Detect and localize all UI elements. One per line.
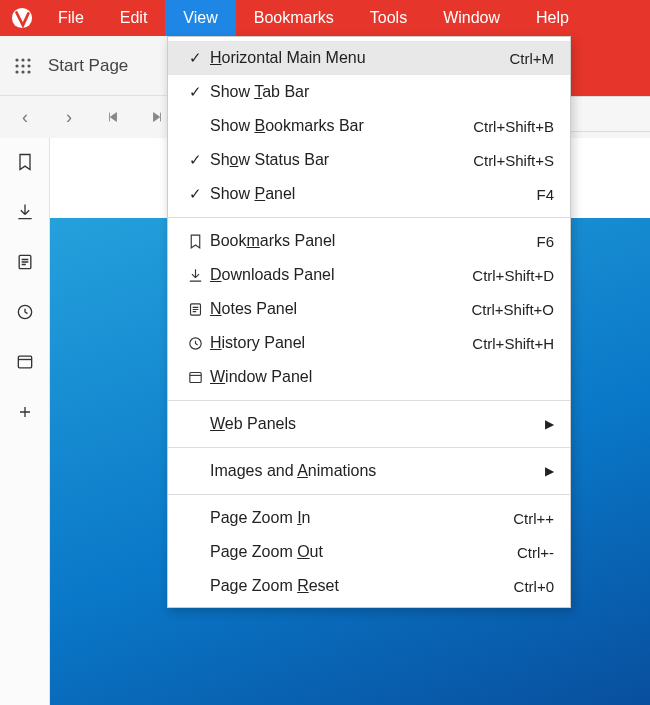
- menu-shortcut: Ctrl+0: [514, 578, 554, 595]
- menu-item-label: Show Tab Bar: [210, 83, 554, 101]
- menu-shortcut: F6: [536, 233, 554, 250]
- back-icon[interactable]: ‹: [16, 107, 34, 128]
- svg-point-8: [15, 70, 18, 73]
- menu-window[interactable]: Window: [425, 0, 518, 36]
- bookmark-icon: [180, 233, 210, 250]
- notes-icon: [180, 301, 210, 318]
- panel-window-icon[interactable]: [13, 350, 37, 374]
- svg-point-7: [27, 64, 30, 67]
- svg-point-2: [15, 58, 18, 61]
- menu-item-bookmarks-panel[interactable]: Bookmarks PanelF6: [168, 224, 570, 258]
- panel-add-icon[interactable]: [13, 400, 37, 424]
- svg-point-6: [21, 64, 24, 67]
- download-icon: [180, 267, 210, 284]
- rewind-icon[interactable]: [104, 110, 122, 124]
- menu-bookmarks[interactable]: Bookmarks: [236, 0, 352, 36]
- menu-edit[interactable]: Edit: [102, 0, 166, 36]
- menu-shortcut: Ctrl++: [513, 510, 554, 527]
- menu-shortcut: Ctrl+Shift+D: [472, 267, 554, 284]
- menu-item-horizontal-main-menu[interactable]: ✓Horizontal Main MenuCtrl+M: [168, 41, 570, 75]
- menu-item-notes-panel[interactable]: Notes PanelCtrl+Shift+O: [168, 292, 570, 326]
- menu-item-label: Bookmarks Panel: [210, 232, 536, 250]
- svg-rect-13: [18, 356, 31, 368]
- window-icon: [180, 369, 210, 386]
- menu-item-page-zoom-in[interactable]: Page Zoom InCtrl++: [168, 501, 570, 535]
- svg-point-9: [21, 70, 24, 73]
- menu-shortcut: Ctrl+Shift+S: [473, 152, 554, 169]
- menu-item-downloads-panel[interactable]: Downloads PanelCtrl+Shift+D: [168, 258, 570, 292]
- menu-item-label: Show Bookmarks Bar: [210, 117, 473, 135]
- tab-title[interactable]: Start Page: [48, 56, 128, 76]
- menu-item-label: Notes Panel: [210, 300, 471, 318]
- menu-shortcut: Ctrl+-: [517, 544, 554, 561]
- menu-item-label: Page Zoom Out: [210, 543, 517, 561]
- svg-rect-16: [189, 372, 200, 382]
- menu-item-label: Web Panels: [210, 415, 545, 433]
- menu-separator: [168, 494, 570, 495]
- menu-item-label: Window Panel: [210, 368, 554, 386]
- menu-item-show-status-bar[interactable]: ✓Show Status BarCtrl+Shift+S: [168, 143, 570, 177]
- history-icon: [180, 335, 210, 352]
- menu-separator: [168, 447, 570, 448]
- checkmark-icon: ✓: [180, 151, 210, 169]
- menu-item-label: Show Status Bar: [210, 151, 473, 169]
- checkmark-icon: ✓: [180, 185, 210, 203]
- checkmark-icon: ✓: [180, 49, 210, 67]
- svg-point-3: [21, 58, 24, 61]
- menu-file[interactable]: File: [44, 0, 102, 36]
- panel-download-icon[interactable]: [13, 200, 37, 224]
- submenu-arrow-icon: ▶: [545, 464, 554, 478]
- app-logo-icon[interactable]: [0, 0, 44, 36]
- menu-help[interactable]: Help: [518, 0, 587, 36]
- apps-icon[interactable]: [14, 57, 32, 75]
- menu-item-show-bookmarks-bar[interactable]: Show Bookmarks BarCtrl+Shift+B: [168, 109, 570, 143]
- panel-history-icon[interactable]: [13, 300, 37, 324]
- menu-item-label: Page Zoom In: [210, 509, 513, 527]
- menu-shortcut: Ctrl+Shift+H: [472, 335, 554, 352]
- menu-shortcut: F4: [536, 186, 554, 203]
- forward-icon[interactable]: ›: [60, 107, 78, 128]
- menu-item-web-panels[interactable]: Web Panels▶: [168, 407, 570, 441]
- menu-item-label: Downloads Panel: [210, 266, 472, 284]
- svg-point-4: [27, 58, 30, 61]
- panel-bookmark-icon[interactable]: [13, 150, 37, 174]
- menu-item-label: Horizontal Main Menu: [210, 49, 509, 67]
- menu-item-label: History Panel: [210, 334, 472, 352]
- svg-point-5: [15, 64, 18, 67]
- panel-notes-icon[interactable]: [13, 250, 37, 274]
- submenu-arrow-icon: ▶: [545, 417, 554, 431]
- fastfwd-icon[interactable]: [148, 110, 166, 124]
- menu-shortcut: Ctrl+M: [509, 50, 554, 67]
- menu-item-window-panel[interactable]: Window Panel: [168, 360, 570, 394]
- menu-item-label: Page Zoom Reset: [210, 577, 514, 595]
- menu-item-label: Show Panel: [210, 185, 536, 203]
- menu-shortcut: Ctrl+Shift+O: [471, 301, 554, 318]
- menu-item-page-zoom-out[interactable]: Page Zoom OutCtrl+-: [168, 535, 570, 569]
- menu-item-page-zoom-reset[interactable]: Page Zoom ResetCtrl+0: [168, 569, 570, 603]
- menu-separator: [168, 217, 570, 218]
- menu-separator: [168, 400, 570, 401]
- menu-shortcut: Ctrl+Shift+B: [473, 118, 554, 135]
- chrome-right-strips: [571, 36, 650, 132]
- menubar: File Edit View Bookmarks Tools Window He…: [0, 0, 650, 36]
- menu-item-show-tab-bar[interactable]: ✓Show Tab Bar: [168, 75, 570, 109]
- menu-item-images-and-animations[interactable]: Images and Animations▶: [168, 454, 570, 488]
- menu-item-label: Images and Animations: [210, 462, 545, 480]
- side-panel: [0, 138, 50, 705]
- svg-point-10: [27, 70, 30, 73]
- menu-tools[interactable]: Tools: [352, 0, 425, 36]
- view-menu-dropdown: ✓Horizontal Main MenuCtrl+M✓Show Tab Bar…: [167, 36, 571, 608]
- menu-item-history-panel[interactable]: History PanelCtrl+Shift+H: [168, 326, 570, 360]
- menu-item-show-panel[interactable]: ✓Show PanelF4: [168, 177, 570, 211]
- menu-view[interactable]: View: [165, 0, 235, 36]
- checkmark-icon: ✓: [180, 83, 210, 101]
